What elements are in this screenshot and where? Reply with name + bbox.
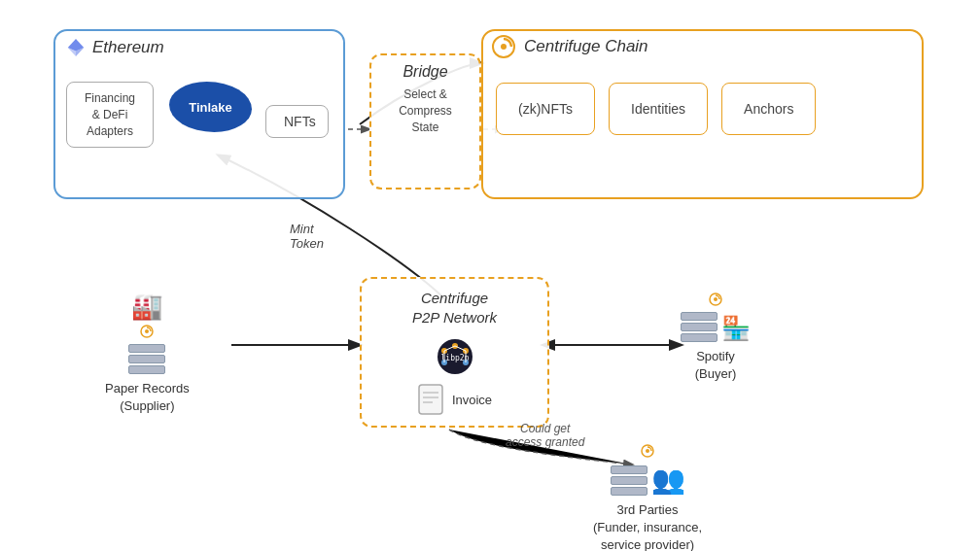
server-icon <box>105 344 190 374</box>
spotify-label: Spotify(Buyer) <box>681 348 751 383</box>
zknfts-box: (zk)NFTs <box>496 83 595 135</box>
spotify-node: 🏪 Spotify(Buyer) <box>681 292 751 383</box>
third-parties-icons: 👥 <box>593 464 702 496</box>
invoice-area: Invoice <box>417 383 492 416</box>
ethereum-label: Ethereum <box>92 38 164 57</box>
invoice-label: Invoice <box>452 393 492 407</box>
p2p-box: CentrifugeP2P Network libp2p <box>360 277 549 428</box>
ethereum-title: Ethereum <box>53 31 176 64</box>
svg-point-8 <box>501 44 507 50</box>
libp2p-icon: libp2p <box>435 336 475 381</box>
chain-inner-boxes: (zk)NFTs Identities Anchors <box>496 83 816 135</box>
paper-records-label: Paper Records(Supplier) <box>105 380 190 415</box>
anchors-box: Anchors <box>721 83 816 135</box>
spotify-icon: 🏪 <box>721 315 751 342</box>
ethereum-icon <box>65 37 87 58</box>
bridge-box: Bridge Select &CompressState <box>369 53 481 189</box>
tinlake-blob: Tinlake <box>169 82 252 132</box>
svg-point-10 <box>145 329 149 333</box>
p2p-title: CentrifugeP2P Network <box>412 289 497 327</box>
svg-point-29 <box>646 449 649 453</box>
nfts-label: NFTs <box>265 105 329 138</box>
diagram: Ethereum Financing& DeFiAdapters Tinlake… <box>0 0 980 551</box>
financing-box: Financing& DeFiAdapters <box>66 82 154 148</box>
centrifuge-chain-label: Centrifuge Chain <box>524 37 648 56</box>
centrifuge-small-icon-3rd <box>593 443 702 462</box>
mint-token-label: MintToken <box>290 222 324 251</box>
spotify-building: 🏪 <box>681 312 751 342</box>
third-parties-node: 👥 3rd Parties(Funder, insurance,service … <box>593 443 702 551</box>
factory-icon: 🏭 <box>105 292 190 322</box>
identities-box: Identities <box>609 83 708 135</box>
bridge-title: Bridge <box>402 63 447 81</box>
financing-label: Financing& DeFiAdapters <box>66 82 154 148</box>
paper-records-node: 🏭 Paper Records(Supplier) <box>105 292 190 415</box>
people-icon: 👥 <box>651 464 685 496</box>
svg-point-27 <box>714 297 718 301</box>
centrifuge-small-icon <box>105 324 190 342</box>
centrifuge-chain-title: Centrifuge Chain <box>491 34 648 59</box>
centrifuge-chain-icon <box>491 34 516 59</box>
tinlake-label: Tinlake <box>169 82 252 132</box>
bridge-subtitle: Select &CompressState <box>399 86 452 135</box>
third-parties-label: 3rd Parties(Funder, insurance,service pr… <box>593 501 702 551</box>
access-granted-label: Could getaccess granted <box>506 422 584 449</box>
nfts-box: NFTs <box>265 105 329 138</box>
invoice-icon <box>417 383 444 416</box>
centrifuge-small-icon-spotify <box>681 292 751 310</box>
svg-rect-22 <box>419 385 442 414</box>
